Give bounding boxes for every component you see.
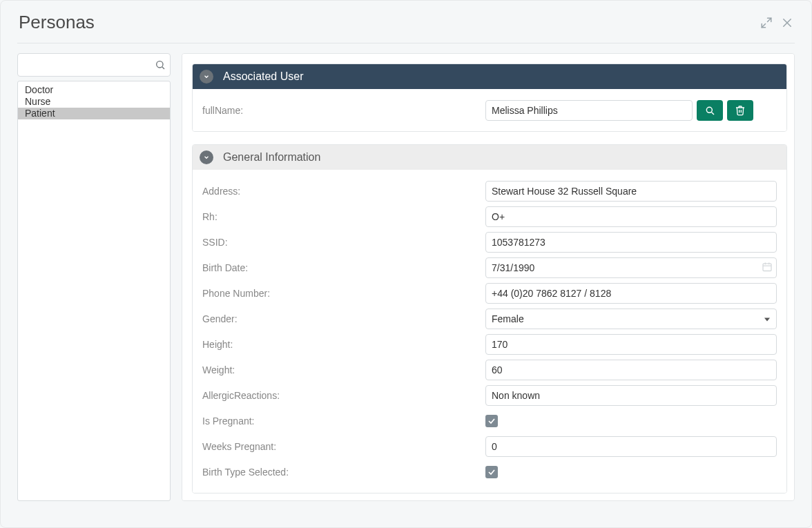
field-label: Address: bbox=[202, 186, 478, 197]
panel-body: Doctor Nurse Patient Associated User ful… bbox=[1, 53, 811, 518]
section-header-associated-user[interactable]: Associated User bbox=[193, 64, 786, 89]
field-label: Birth Date: bbox=[202, 262, 478, 273]
section-general-information: General Information Address: Rh: SSID: bbox=[192, 144, 787, 493]
field-label: Phone Number: bbox=[202, 288, 478, 299]
svg-point-4 bbox=[157, 61, 163, 68]
field-rh: Rh: bbox=[202, 204, 777, 229]
divider bbox=[17, 43, 795, 43]
field-allergic-reactions: AllergicReactions: bbox=[202, 382, 777, 408]
list-item[interactable]: Patient bbox=[18, 108, 170, 119]
search-box[interactable] bbox=[17, 53, 171, 77]
chevron-down-icon bbox=[200, 70, 213, 84]
field-fullname: fullName: bbox=[202, 97, 777, 123]
is-pregnant-checkbox[interactable] bbox=[485, 415, 498, 427]
expand-icon[interactable] bbox=[760, 17, 773, 29]
height-input[interactable] bbox=[485, 334, 777, 355]
field-label: Height: bbox=[202, 339, 478, 350]
svg-line-5 bbox=[162, 67, 164, 69]
svg-rect-8 bbox=[763, 263, 771, 271]
phone-input[interactable] bbox=[485, 283, 777, 304]
section-associated-user: Associated User fullName: bbox=[192, 63, 787, 132]
weeks-pregnant-input[interactable] bbox=[485, 436, 777, 457]
panel-header: Personas bbox=[1, 1, 811, 39]
list-item[interactable]: Doctor bbox=[18, 84, 170, 96]
address-input[interactable] bbox=[485, 181, 777, 202]
svg-line-1 bbox=[762, 23, 765, 27]
field-ssid: SSID: bbox=[202, 229, 777, 255]
list-item[interactable]: Nurse bbox=[18, 96, 170, 108]
persona-sidebar: Doctor Nurse Patient bbox=[17, 53, 171, 501]
field-birth-date: Birth Date: bbox=[202, 255, 777, 280]
chevron-down-icon bbox=[200, 150, 213, 164]
search-icon bbox=[704, 105, 715, 116]
search-icon[interactable] bbox=[155, 59, 166, 70]
close-icon[interactable] bbox=[781, 17, 793, 29]
birth-type-selected-checkbox[interactable] bbox=[485, 466, 498, 478]
calendar-icon[interactable] bbox=[762, 261, 773, 274]
field-label: Gender: bbox=[202, 313, 478, 324]
field-weight: Weight: bbox=[202, 357, 777, 382]
allergic-reactions-input[interactable] bbox=[485, 385, 777, 406]
svg-line-7 bbox=[712, 112, 714, 114]
page-title: Personas bbox=[19, 12, 95, 33]
lookup-user-button[interactable] bbox=[697, 100, 723, 121]
field-gender: Gender: bbox=[202, 306, 777, 331]
fullname-input[interactable] bbox=[485, 100, 693, 121]
rh-input[interactable] bbox=[485, 206, 777, 227]
field-birth-type-selected: Birth Type Selected: bbox=[202, 459, 777, 485]
personas-panel: Personas bbox=[0, 0, 812, 528]
persona-detail[interactable]: Associated User fullName: bbox=[182, 53, 795, 501]
field-label: Weeks Pregnant: bbox=[202, 441, 478, 452]
field-address: Address: bbox=[202, 178, 777, 204]
field-weeks-pregnant: Weeks Pregnant: bbox=[202, 433, 777, 459]
field-label: Weight: bbox=[202, 364, 478, 375]
persona-list: Doctor Nurse Patient bbox=[17, 81, 171, 501]
trash-icon bbox=[735, 105, 746, 116]
gender-select[interactable] bbox=[485, 309, 777, 329]
field-label: SSID: bbox=[202, 237, 478, 248]
section-body-general-information: Address: Rh: SSID: Birth Date: bbox=[193, 170, 786, 493]
field-label: Birth Type Selected: bbox=[202, 467, 478, 478]
header-actions bbox=[760, 17, 793, 29]
svg-line-0 bbox=[768, 18, 771, 21]
field-height: Height: bbox=[202, 331, 777, 357]
section-title: Associated User bbox=[223, 70, 304, 83]
section-header-general-information[interactable]: General Information bbox=[193, 145, 786, 170]
section-title: General Information bbox=[223, 151, 320, 164]
field-is-pregnant: Is Pregnant: bbox=[202, 408, 777, 433]
field-label: AllergicReactions: bbox=[202, 390, 478, 401]
field-phone-number: Phone Number: bbox=[202, 280, 777, 306]
field-label: fullName: bbox=[202, 105, 478, 116]
ssid-input[interactable] bbox=[485, 232, 777, 253]
section-body-associated-user: fullName: bbox=[193, 89, 786, 131]
delete-user-button[interactable] bbox=[727, 100, 753, 121]
field-label: Is Pregnant: bbox=[202, 415, 478, 427]
field-label: Rh: bbox=[202, 211, 478, 222]
search-input[interactable] bbox=[23, 59, 155, 70]
svg-point-6 bbox=[706, 107, 712, 113]
birth-date-input[interactable] bbox=[485, 257, 777, 278]
caret-down-icon bbox=[764, 313, 770, 324]
weight-input[interactable] bbox=[485, 360, 777, 380]
